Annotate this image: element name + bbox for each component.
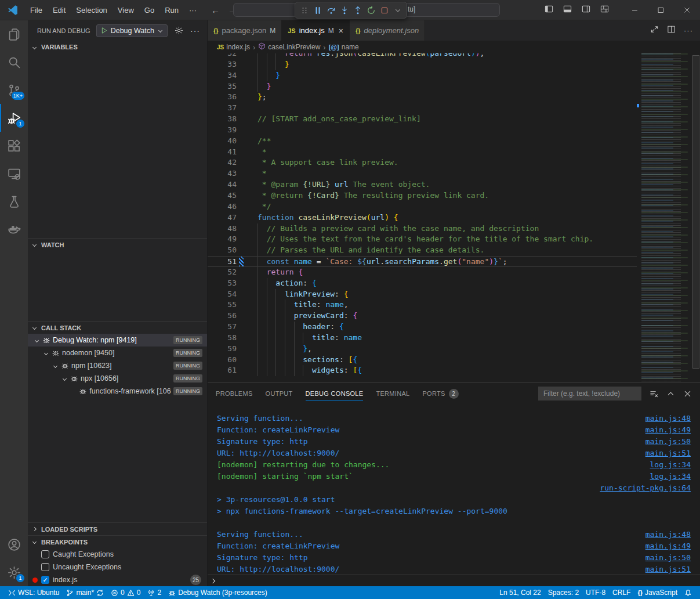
layout-sidebar-left-toggle[interactable]	[545, 5, 553, 16]
debug-console-input[interactable]	[208, 575, 700, 586]
code-line-33[interactable]: 33 }	[208, 59, 637, 70]
code-line-43[interactable]: 43 *	[208, 168, 637, 179]
console-source-link[interactable]: main.js:48	[645, 529, 691, 540]
drag-handle-button[interactable]	[298, 3, 311, 17]
chevron-up-button[interactable]	[666, 389, 675, 398]
breakpoint-checkbox[interactable]	[41, 550, 49, 558]
panel-tab-terminal[interactable]: TERMINAL	[376, 383, 409, 405]
close-tab-icon[interactable]: ×	[339, 26, 343, 35]
breakpoint-row[interactable]: Caught Exceptions	[28, 548, 207, 561]
tab-index.js[interactable]: JSindex.jsM×	[282, 20, 350, 41]
code-line-37[interactable]: 37	[208, 103, 637, 114]
restart-button[interactable]	[364, 3, 378, 17]
back-icon[interactable]: ←	[211, 5, 220, 15]
console-source-link[interactable]: main.js:48	[645, 413, 691, 424]
activity-bar-item-settings[interactable]: 1	[0, 558, 28, 586]
launch-configuration-dropdown[interactable]: Debug Watch	[96, 24, 168, 37]
breakpoint-checkbox[interactable]: ✓	[41, 576, 49, 584]
menu-run[interactable]: Run	[159, 0, 184, 20]
code-line-47[interactable]: 47function caseLinkPreview(url) {	[208, 212, 637, 223]
breadcrumb-item-index.js[interactable]: JSindex.js	[217, 43, 250, 51]
open-changes-button[interactable]	[650, 25, 659, 36]
debug-console-output[interactable]: Serving function...main.js:48Function: c…	[208, 405, 700, 575]
statusbar-eol[interactable]: CRLF	[609, 586, 634, 599]
code-line-54[interactable]: 54 linkPreview: {	[208, 289, 637, 300]
code-line-49[interactable]: 49 // Uses the text from the card's head…	[208, 234, 637, 245]
activity-bar-item-search[interactable]	[0, 48, 28, 76]
code-line-51[interactable]: 51 const name = `Case: ${url.searchParam…	[208, 256, 637, 267]
code-line-57[interactable]: 57 header: {	[208, 322, 637, 333]
console-source-link[interactable]: main.js:51	[645, 448, 691, 459]
code-line-58[interactable]: 58 title: name	[208, 333, 637, 344]
code-line-52[interactable]: 52 return {	[208, 267, 637, 278]
statusbar-forwarded-ports[interactable]: 2	[144, 586, 165, 599]
statusbar-remote-indicator[interactable]: WSL: Ubuntu	[5, 586, 63, 599]
toolbar-chevron-button[interactable]	[391, 3, 404, 17]
breakpoint-row[interactable]: ✓index.js25	[28, 573, 207, 586]
activity-bar-item-run-and-debug[interactable]: 1	[0, 104, 28, 132]
console-source-link[interactable]: log.js:34	[650, 459, 691, 471]
code-line-55[interactable]: 55 title: name,	[208, 300, 637, 311]
minimize-button[interactable]	[622, 0, 648, 20]
breakpoint-checkbox[interactable]	[41, 563, 49, 571]
clear-filter-button[interactable]	[650, 389, 658, 398]
statusbar-problems[interactable]: 00	[107, 586, 144, 599]
code-line-44[interactable]: 44 * @param {!URL} url The event object.	[208, 179, 637, 190]
code-line-59[interactable]: 59 },	[208, 344, 637, 355]
step-into-button[interactable]	[338, 3, 351, 17]
variables-section-header[interactable]: VARIABLES	[28, 41, 207, 53]
breakpoints-section-header[interactable]: BREAKPOINTS	[28, 535, 207, 548]
stop-button[interactable]	[378, 3, 391, 17]
code-line-34[interactable]: 34 }	[208, 70, 637, 81]
menu-view[interactable]: View	[113, 0, 139, 20]
maximize-button[interactable]	[648, 0, 674, 20]
code-line-53[interactable]: 53 action: {	[208, 278, 637, 289]
code-line-50[interactable]: 50 // Parses the URL and identify the ca…	[208, 245, 637, 256]
console-source-link[interactable]: main.js:49	[645, 424, 691, 436]
layout-sidebar-right-toggle[interactable]	[582, 5, 590, 16]
panel-close-button[interactable]	[683, 389, 692, 398]
code-line-32[interactable]: 32 return res.json(caseLinkPreview(parse…	[208, 53, 637, 59]
statusbar-encoding[interactable]: UTF-8	[582, 586, 609, 599]
code-line-35[interactable]: 35 }	[208, 81, 637, 92]
menu-file[interactable]: File	[25, 0, 48, 20]
call-stack-session[interactable]: functions-framework [106...RUNNING	[28, 385, 207, 398]
tab-package.json[interactable]: {}package.jsonM	[208, 20, 282, 41]
activity-bar-item-testing[interactable]	[0, 187, 28, 215]
menu-selection[interactable]: Selection	[71, 0, 112, 20]
call-stack-session[interactable]: Debug Watch: npm [9419]RUNNING	[28, 334, 207, 347]
close-button[interactable]	[674, 0, 700, 20]
activity-bar-item-accounts[interactable]	[0, 531, 28, 558]
console-source-link[interactable]: main.js:50	[645, 436, 691, 448]
more-actions-button[interactable]: ···	[684, 26, 693, 35]
console-source-link[interactable]: main.js:49	[645, 540, 691, 552]
console-source-link[interactable]: log.js:34	[650, 471, 691, 482]
code-line-42[interactable]: 42 * A support case link preview.	[208, 157, 637, 168]
code-line-56[interactable]: 56 previewCard: {	[208, 311, 637, 322]
console-source-link[interactable]: run-script-pkg.js:64	[600, 482, 691, 494]
step-out-button[interactable]	[351, 3, 364, 17]
statusbar-cursor-position[interactable]: Ln 51, Col 22	[496, 586, 544, 599]
activity-bar-item-docker[interactable]	[0, 215, 28, 243]
code-line-40[interactable]: 40/**	[208, 136, 637, 147]
call-stack-section-header[interactable]: CALL STACK	[28, 321, 207, 334]
panel-tab-problems[interactable]: PROBLEMS	[216, 383, 253, 405]
console-source-link[interactable]: main.js:51	[645, 564, 691, 575]
menu-go[interactable]: Go	[139, 0, 159, 20]
step-over-button[interactable]	[324, 3, 338, 17]
tab-deployment.json[interactable]: {}deployment.json	[350, 20, 425, 41]
activity-bar-item-extensions[interactable]	[0, 132, 28, 160]
statusbar-indentation[interactable]: Spaces: 2	[545, 586, 582, 599]
code-line-61[interactable]: 61 widgets: [{	[208, 365, 637, 376]
panel-tab-debug-console[interactable]: DEBUG CONSOLE	[306, 383, 364, 405]
code-line-45[interactable]: 45 * @return {!Card} The resulting previ…	[208, 190, 637, 201]
watch-section-header[interactable]: WATCH	[28, 238, 207, 251]
breadcrumb-item-caseLinkPreview[interactable]: caseLinkPreview	[258, 42, 320, 52]
menu-edit[interactable]: Edit	[48, 0, 71, 20]
statusbar-notifications[interactable]	[681, 586, 695, 599]
call-stack-session[interactable]: npx [10656]RUNNING	[28, 372, 207, 385]
activity-bar-item-explorer[interactable]	[0, 20, 28, 48]
pause-button[interactable]	[311, 3, 324, 17]
activity-bar-item-source-control[interactable]: 1K+	[0, 76, 28, 104]
console-source-link[interactable]: main.js:50	[645, 552, 691, 564]
